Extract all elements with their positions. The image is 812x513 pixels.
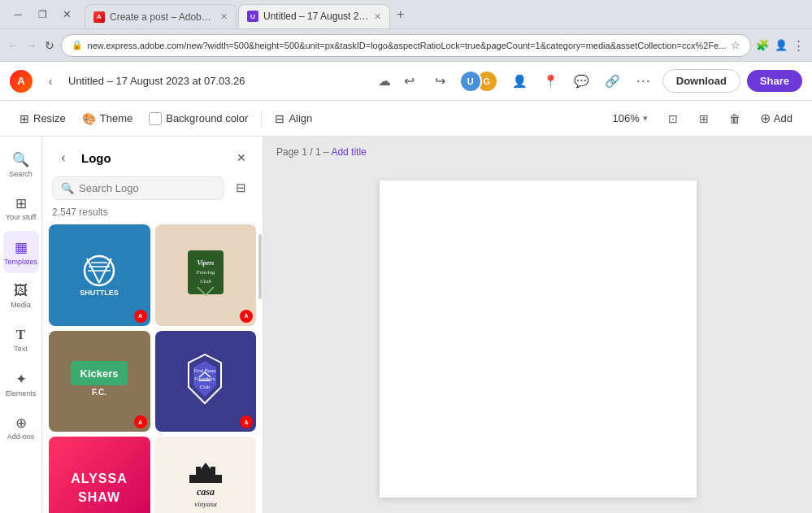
canvas-page xyxy=(380,180,697,498)
sidebar-elements-label: Elements xyxy=(6,389,37,398)
text-icon: T xyxy=(16,327,25,343)
tab-close-icon[interactable]: ✕ xyxy=(220,11,228,22)
share-link-button[interactable]: 🔗 xyxy=(601,69,625,93)
sidebar-text-label: Text xyxy=(14,345,28,353)
bg-color-tool[interactable]: Background color xyxy=(142,108,254,129)
logo-card-alyssa[interactable]: ALYSSA SHAW A xyxy=(49,437,150,513)
resize-label: Resize xyxy=(33,112,66,124)
extensions-button[interactable]: 🧩 xyxy=(756,34,769,57)
sidebar-item-templates[interactable]: ▦ Templates xyxy=(3,231,39,273)
align-icon: ⊟ xyxy=(275,112,284,125)
undo-button[interactable]: ↩ xyxy=(397,69,422,93)
comment-button[interactable]: 💬 xyxy=(570,69,594,93)
search-box[interactable]: 🔍 xyxy=(52,176,224,200)
refresh-button[interactable]: ↻ xyxy=(42,34,55,57)
back-button[interactable]: ← xyxy=(7,34,20,57)
avatar-user1: U xyxy=(459,70,482,93)
logo-card-vipers[interactable]: Vipers Fencing Club A xyxy=(155,224,257,326)
svg-text:Club: Club xyxy=(200,385,211,389)
resize-tool[interactable]: ⊞ Resize xyxy=(13,108,72,129)
svg-text:Kickers: Kickers xyxy=(80,367,119,380)
toolbar-right: 106% ▾ ⊡ ⊞ 🗑 ⊕ Add xyxy=(606,107,799,131)
app: A ‹ Untitled – 17 August 2023 at 07.03.2… xyxy=(0,62,812,513)
bg-color-swatch xyxy=(149,112,162,125)
logo-card-casa[interactable]: casa vinyasa A xyxy=(155,437,257,513)
sidebar-item-text[interactable]: T Text xyxy=(3,319,39,361)
add-label: Add xyxy=(774,112,792,124)
logo-card-kickers[interactable]: Kickers F.C. A xyxy=(49,331,150,433)
logo-card-shuttles[interactable]: SHUTTLES A xyxy=(49,224,150,326)
sidebar-item-addons[interactable]: ⊕ Add-ons xyxy=(3,406,39,449)
zoom-control[interactable]: 106% ▾ xyxy=(606,109,654,128)
close-button[interactable]: ✕ xyxy=(55,6,78,24)
tab-inactive[interactable]: A Create a post – Adobe Support C... ✕ xyxy=(85,4,237,28)
canvas-container[interactable] xyxy=(263,164,812,513)
add-button[interactable]: ⊕ Add xyxy=(753,107,799,130)
sidebar-item-media[interactable]: 🖼 Media xyxy=(3,275,39,317)
panel-header: ‹ Logo ✕ xyxy=(42,137,263,176)
theme-tool[interactable]: 🎨 Theme xyxy=(76,108,139,129)
elements-icon: ✦ xyxy=(15,371,27,388)
grid-button[interactable]: ⊞ xyxy=(692,107,716,131)
panel-scrollbar-track[interactable] xyxy=(258,137,263,513)
sidebar-search-label: Search xyxy=(9,170,33,178)
tab-close-icon-2[interactable]: ✕ xyxy=(374,11,381,22)
add-title-link[interactable]: Add title xyxy=(331,146,366,158)
svg-text:Club: Club xyxy=(200,278,211,285)
align-tool[interactable]: ⊟ Align xyxy=(268,108,319,129)
addons-icon: ⊕ xyxy=(15,415,27,432)
adobe-logo: A xyxy=(10,70,33,93)
sidebar-media-label: Media xyxy=(11,301,31,309)
new-tab-button[interactable]: + xyxy=(392,6,409,24)
fit-page-button[interactable]: ⊡ xyxy=(661,107,685,131)
casa-svg: casa vinyasa xyxy=(165,446,246,513)
address-bar[interactable]: 🔒 new.express.adobe.com/new?width=500&he… xyxy=(61,34,752,57)
download-button[interactable]: Download xyxy=(662,69,740,93)
bookmark-icon[interactable]: ☆ xyxy=(731,39,740,51)
tab-active[interactable]: U Untitled – 17 August 2023 at 07... ✕ xyxy=(238,4,390,28)
canvas-title-bar: Page 1 / 1 – Add title xyxy=(263,137,812,164)
sidebar-item-your-stuff[interactable]: ⊞ Your stuff xyxy=(3,187,39,229)
panel-back-button[interactable]: ‹ xyxy=(52,146,75,169)
svg-text:Fencing: Fencing xyxy=(195,269,215,276)
kickers-svg: Kickers F.C. xyxy=(63,345,136,418)
sidebar-item-elements[interactable]: ✦ Elements xyxy=(3,363,39,405)
browser-chrome: ─ ❐ ✕ A Create a post – Adobe Support C.… xyxy=(0,0,812,29)
more-button[interactable]: ··· xyxy=(632,69,656,93)
theme-icon: 🎨 xyxy=(82,112,96,125)
search-input[interactable] xyxy=(79,182,215,194)
app-back-button[interactable]: ‹ xyxy=(39,70,62,93)
zoom-value: 106% xyxy=(613,112,640,124)
sidebar-item-search[interactable]: 🔍 Search xyxy=(3,143,39,185)
browser-menu-button[interactable]: ⋮ xyxy=(792,34,805,57)
profile-button[interactable]: 👤 xyxy=(775,34,788,57)
app-title: Untitled – 17 August 2023 at 07.03.26 xyxy=(68,75,371,87)
theme-label: Theme xyxy=(100,112,132,124)
collaborators-button[interactable]: 👤 xyxy=(508,69,532,93)
resize-icon: ⊞ xyxy=(20,112,29,125)
logo-card-firstbase[interactable]: First Base Founders Club A xyxy=(155,331,257,433)
delete-button[interactable]: 🗑 xyxy=(723,107,747,131)
location-button[interactable]: 📍 xyxy=(539,69,563,93)
forward-button[interactable]: → xyxy=(24,34,37,57)
toolbar-separator-1 xyxy=(261,111,262,127)
panel-scroll[interactable]: SHUTTLES A Vipers Fencing Club xyxy=(42,224,263,513)
minimize-button[interactable]: ─ xyxy=(7,6,29,24)
panel-scrollbar-thumb[interactable] xyxy=(258,234,262,299)
redo-button[interactable]: ↪ xyxy=(428,69,453,93)
add-plus-icon: ⊕ xyxy=(760,111,771,126)
tab-favicon-untitled: U xyxy=(247,11,258,22)
filter-button[interactable]: ⊟ xyxy=(229,176,253,200)
alyssa-svg: ALYSSA SHAW xyxy=(59,446,140,513)
search-magnifier-icon: 🔍 xyxy=(61,182,74,194)
svg-text:F.C.: F.C. xyxy=(92,388,106,397)
sidebar-templates-label: Templates xyxy=(4,258,37,266)
adobe-badge-vipers: A xyxy=(240,310,253,323)
user-avatars: U G xyxy=(459,70,498,93)
tab-label-2: Untitled – 17 August 2023 at 07... xyxy=(263,11,369,22)
panel-close-button[interactable]: ✕ xyxy=(230,146,253,169)
adobe-badge-firstbase: A xyxy=(240,415,253,428)
search-icon: 🔍 xyxy=(12,151,29,168)
maximize-button[interactable]: ❐ xyxy=(31,6,54,24)
share-button[interactable]: Share xyxy=(747,70,802,92)
